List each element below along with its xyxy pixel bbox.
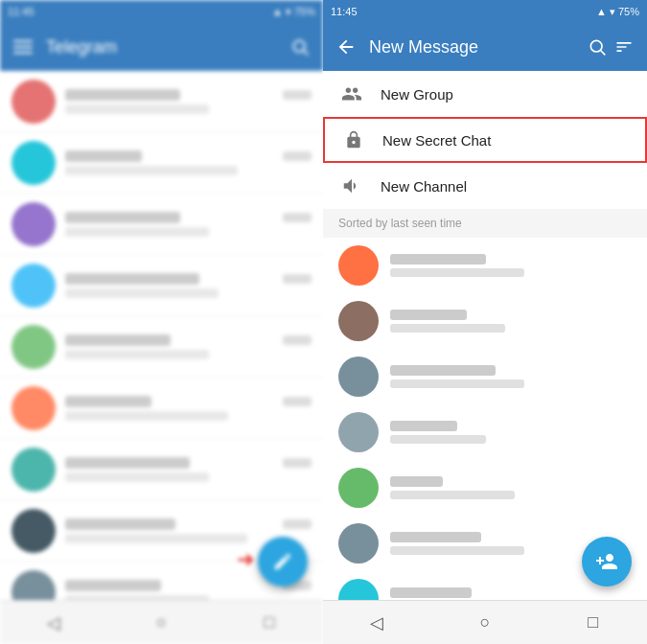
avatar — [12, 509, 56, 553]
contact-avatar — [338, 412, 379, 452]
contact-status — [390, 435, 486, 444]
add-contact-fab[interactable] — [582, 537, 632, 586]
chat-preview — [65, 104, 209, 114]
chat-preview — [65, 227, 209, 237]
left-app-bar: Telegram — [0, 23, 323, 71]
avatar — [12, 141, 56, 185]
left-search-button[interactable] — [289, 35, 312, 58]
chat-content — [65, 212, 312, 237]
contact-name — [390, 532, 481, 542]
chat-preview — [65, 534, 247, 543]
avatar — [12, 448, 56, 492]
contact-info — [390, 310, 632, 333]
contact-item[interactable] — [323, 238, 647, 293]
contact-info — [390, 587, 632, 600]
new-group-label: New Group — [381, 86, 453, 103]
back-icon[interactable] — [335, 35, 358, 58]
avatar — [12, 264, 56, 308]
contact-info — [390, 254, 632, 277]
new-secret-chat-button[interactable]: New Secret Chat — [323, 117, 647, 163]
chat-preview — [65, 166, 238, 175]
svg-rect-2 — [13, 52, 33, 54]
chat-name — [65, 150, 142, 162]
chat-content — [65, 89, 312, 114]
svg-rect-0 — [13, 40, 33, 42]
chat-name — [65, 334, 171, 346]
chat-content — [65, 396, 312, 421]
sorted-label: Sorted by last seen time — [323, 209, 647, 238]
chat-time — [283, 458, 312, 468]
contact-status — [390, 491, 515, 499]
chat-content — [65, 334, 312, 359]
chat-item[interactable] — [0, 132, 323, 194]
avatar — [12, 80, 56, 124]
right-app-bar: New Message — [323, 23, 647, 71]
red-arrow: ➜ — [237, 547, 254, 572]
right-search-button[interactable] — [586, 35, 609, 58]
right-app-title: New Message — [369, 37, 586, 58]
chat-item[interactable] — [0, 194, 323, 255]
compose-fab[interactable] — [258, 537, 308, 586]
chat-item[interactable] — [0, 255, 323, 316]
chat-name — [65, 273, 199, 285]
avatar — [12, 325, 56, 369]
contact-name — [390, 254, 486, 264]
chat-time — [283, 397, 312, 406]
right-status-time: 11:45 — [331, 6, 358, 17]
chat-time — [283, 90, 312, 100]
left-app-title: Telegram — [46, 37, 289, 58]
left-wifi-icon: ▾ — [286, 6, 291, 18]
left-status-bar: 11:45 ▲ ▾ 75% — [0, 0, 323, 23]
contact-name — [390, 587, 472, 598]
contact-avatar — [338, 356, 379, 397]
chat-item[interactable] — [0, 439, 323, 500]
contact-item[interactable] — [323, 349, 647, 404]
left-signal-icon: ▲ — [272, 6, 283, 17]
contact-name — [390, 365, 496, 376]
chat-name — [65, 580, 161, 591]
avatar — [12, 202, 56, 246]
svg-line-4 — [304, 51, 309, 56]
contact-item[interactable] — [323, 404, 647, 460]
new-channel-label: New Channel — [381, 178, 467, 195]
right-back-button[interactable]: ◁ — [365, 611, 388, 634]
right-time: 11:45 — [331, 6, 358, 17]
left-status-icons: ▲ ▾ 75% — [272, 6, 315, 18]
right-signal-icon: ▲ — [596, 6, 607, 17]
right-status-icons: ▲ ▾ 75% — [596, 6, 639, 18]
left-panel: 11:45 ▲ ▾ 75% Telegram — [0, 0, 323, 644]
chat-item[interactable] — [0, 316, 323, 378]
new-group-button[interactable]: New Group — [323, 71, 647, 117]
new-channel-button[interactable]: New Channel — [323, 163, 647, 209]
chat-content — [65, 457, 312, 482]
menu-icon[interactable] — [12, 35, 35, 58]
chat-time — [283, 519, 312, 529]
left-status-time: 11:45 — [8, 6, 35, 17]
contact-name — [390, 310, 467, 320]
right-filter-button[interactable] — [612, 35, 635, 58]
contact-info — [390, 365, 632, 388]
contact-item[interactable] — [323, 460, 647, 516]
right-panel: 11:45 ▲ ▾ 75% New Message — [323, 0, 647, 644]
contact-info — [390, 476, 632, 499]
recents-button[interactable]: □ — [258, 611, 281, 634]
chat-content — [65, 273, 312, 298]
left-time: 11:45 — [8, 6, 35, 17]
chat-name — [65, 457, 190, 469]
right-recents-button[interactable]: □ — [582, 611, 605, 634]
chat-preview — [65, 411, 228, 421]
new-channel-icon — [338, 172, 365, 199]
contact-status — [390, 546, 524, 555]
contact-item[interactable] — [323, 293, 647, 349]
left-battery: 75% — [294, 6, 315, 17]
chat-name — [65, 212, 180, 223]
chat-name — [65, 518, 175, 530]
right-home-button[interactable]: ○ — [474, 611, 497, 634]
chat-name — [65, 89, 180, 101]
chat-item[interactable] — [0, 71, 323, 132]
left-bottom-nav: ◁ ○ □ — [0, 600, 323, 644]
contact-status — [390, 380, 524, 388]
home-button[interactable]: ○ — [150, 611, 173, 634]
back-button[interactable]: ◁ — [42, 611, 65, 634]
chat-item[interactable] — [0, 378, 323, 439]
